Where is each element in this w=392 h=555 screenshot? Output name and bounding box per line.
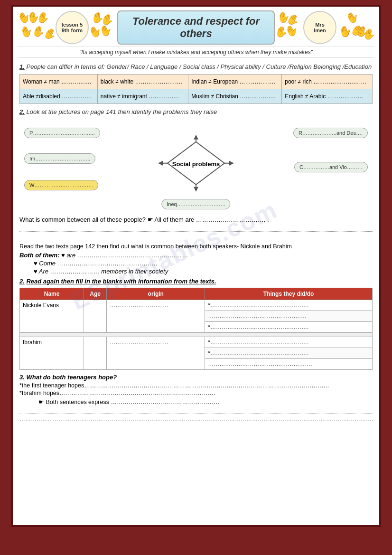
bubble-p: P……………………………... <box>24 128 100 138</box>
td-spacer <box>20 333 373 337</box>
lesson-label: lesson 5 <box>62 22 83 28</box>
read-intro: Read the two texts page 142 then find ou… <box>19 243 373 250</box>
right-hands2: ✋ ✋ ✋ ✋ ✋ ✋ <box>336 11 374 44</box>
svg-marker-1 <box>158 161 163 166</box>
td-ibrahim-age <box>84 337 107 370</box>
quote-bar: "Its accepting myself when I make mistak… <box>18 47 374 58</box>
td-ibrahim-name: Ibrahim <box>20 337 84 370</box>
section1-text: People can differ in terms of: Gender/ R… <box>26 63 372 70</box>
right-header-area: ✋ ✋ ✋ ✋ Mrs Imen ✋ ✋ ✋ ✋ ✋ ✋ <box>275 11 374 44</box>
final-dots-text: ……………...……………………………………………………………………………………… <box>19 416 373 423</box>
td-ibrahim-origin: …………………………. <box>107 337 205 370</box>
social-problems-diagram: P……………………………... Im………………………….. W……………………… <box>19 119 373 214</box>
section2b-num: 2. <box>19 278 25 285</box>
both-line2: ♥ Come …………………………………………. <box>34 260 373 267</box>
table-header-row: Name Age origin Things they did/do <box>20 288 373 300</box>
table-row-spacer <box>20 333 373 337</box>
td-ibrahim-thing1: *……………………………………………. <box>205 337 373 348</box>
both-line3: ♥ Are …………………… members in their society <box>34 268 373 275</box>
diff-cell-r1c2: black ≠ white ……………………. <box>97 75 188 89</box>
td-nickole-thing1: *……………………………………………. <box>205 300 373 311</box>
section2-num: 2. <box>19 108 25 115</box>
lesson-badge: lesson 5 9th form <box>56 11 89 44</box>
diff-cell-r2c3: Muslim ≠ Christian ………………. <box>188 89 282 104</box>
title-box: Tolerance and respect for others <box>117 10 275 45</box>
bubble-im: Im………………………….. <box>24 153 95 164</box>
diff-cell-r1c3: Indian ≠ European ………………. <box>188 75 282 89</box>
th-things: Things they did/do <box>205 288 373 300</box>
left-hands: ✋ ✋ ✋ ✋ ✋ ✋ <box>18 11 56 44</box>
td-ibrahim-thing2: *……………………………………………. <box>205 348 373 359</box>
section3-line2: *Ibrahim hopes……………………………………………………………………… <box>19 390 373 396</box>
diagram-center: Social problems <box>163 140 229 189</box>
title-area: Tolerance and respect for others <box>117 10 275 45</box>
dotted-line-1 <box>19 225 373 232</box>
teacher-badge: Mrs Imen <box>303 11 336 44</box>
th-origin: origin <box>107 288 205 300</box>
section1-num: 1. <box>19 63 25 70</box>
table-row-nickole: Nickole Evans …………………………. *…………………………………… <box>20 300 373 311</box>
read-section: Read the two texts page 142 then find ou… <box>19 243 373 275</box>
section2b-text: Read again then fill in the blanks with … <box>26 278 216 285</box>
main-content: 1. People can differ in terms of: Gender… <box>13 61 379 427</box>
section3-conclusion: ☛ Both sentences express ………………………………………… <box>38 398 373 405</box>
section2b-title: 2. Read again then fill in the blanks wi… <box>19 278 373 285</box>
final-dotted-line <box>19 407 373 414</box>
page-title: Tolerance and respect for others <box>132 15 260 39</box>
quote-text: "Its accepting myself when I make mistak… <box>79 49 313 56</box>
section3-question: What do both teenagers hope? <box>26 374 117 381</box>
diff-row2: Able ≠disabled ……………. native ≠ immigrant… <box>20 89 373 104</box>
left-header-area: ✋ ✋ ✋ ✋ ✋ ✋ lesson 5 9th form ✋ ✋ ✋ ✋ <box>18 11 117 44</box>
worksheet-page: ESprintables.com ✋ ✋ ✋ ✋ ✋ ✋ lesson 5 9t… <box>11 5 381 527</box>
diff-cell-r2c4: English ≠ Arabic ………………. <box>282 89 373 104</box>
dotted-line-2 <box>19 234 373 240</box>
diff-row1: Woman ≠ man ……………. black ≠ white …………………… <box>20 75 373 89</box>
bubble-r: R………………..and Des…. <box>293 128 368 138</box>
td-nickole-thing3: *……………………………………………. <box>205 322 373 333</box>
diff-table: Woman ≠ man ……………. black ≠ white …………………… <box>19 74 373 104</box>
both-line1: Both of them: ♥ are ……………………………………………… <box>19 252 373 259</box>
right-hands1: ✋ ✋ ✋ ✋ <box>275 11 303 44</box>
teacher-lastname: Imen <box>314 28 326 33</box>
section2-title: 2. Look at the pictures on page 141 then… <box>19 108 373 116</box>
td-nickole-age <box>84 300 107 333</box>
td-ibrahim-thing3: ………………………………………………. <box>205 359 373 370</box>
svg-marker-4 <box>194 135 198 140</box>
teacher-name: Mrs <box>315 22 325 28</box>
th-name: Name <box>20 288 84 300</box>
left-hands2: ✋ ✋ ✋ ✋ <box>89 11 117 44</box>
td-nickole-thing2: ……………………………………………. <box>205 311 373 322</box>
diff-cell-r2c2: native ≠ immigrant ……………. <box>97 89 188 104</box>
section2-text: Look at the pictures on page 141 then id… <box>26 108 217 115</box>
th-age: Age <box>84 288 107 300</box>
common-question: What is common between all of these peop… <box>19 216 373 223</box>
section3-num: 3. <box>19 374 25 381</box>
svg-marker-5 <box>194 187 198 192</box>
diff-cell-r1c4: poor ≠ rich ………………………. <box>282 75 373 89</box>
bubble-w: W……………………………. <box>24 180 98 190</box>
bubble-c: C……………and Vio……… <box>294 162 368 172</box>
svg-marker-2 <box>229 161 234 166</box>
diff-cell-r2c1: Able ≠disabled ……………. <box>20 89 98 104</box>
td-nickole-origin: …………………………. <box>107 300 205 333</box>
section1-title: 1. People can differ in terms of: Gender… <box>19 63 373 71</box>
section3-header: 3. What do both teenagers hope? <box>19 374 373 381</box>
bubble-ineq: Ineq………………………. <box>161 199 230 209</box>
section3-line1: *the first teenager hopes………………………………………… <box>19 382 373 389</box>
td-nickole-name: Nickole Evans <box>20 300 84 333</box>
form-label: 9th form <box>62 28 83 33</box>
reading-table: Name Age origin Things they did/do Nicko… <box>19 288 373 370</box>
header: ✋ ✋ ✋ ✋ ✋ ✋ lesson 5 9th form ✋ ✋ ✋ ✋ <box>13 7 379 47</box>
table-row-ibrahim: Ibrahim …………………………. *……………………………………………. <box>20 337 373 348</box>
central-label: Social problems <box>172 161 220 168</box>
diff-cell-r1c1: Woman ≠ man ……………. <box>20 75 98 89</box>
